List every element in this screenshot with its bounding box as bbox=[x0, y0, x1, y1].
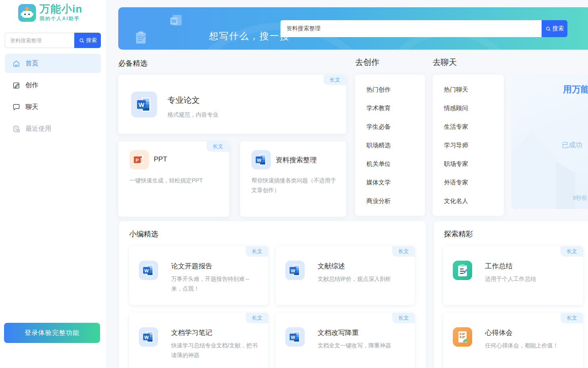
banner-search-button-label: 搜索 bbox=[552, 25, 564, 32]
card-title: 资料搜索整理 bbox=[276, 155, 317, 165]
chat-category[interactable]: 热门聊天 bbox=[433, 86, 504, 94]
sidebar-item-label: 最近使用 bbox=[25, 125, 51, 133]
long-text-badge: 长文 bbox=[561, 313, 583, 323]
app-logo[interactable]: 万能小in 我的个人AI助手 bbox=[18, 4, 82, 22]
clipboard-icon bbox=[134, 31, 148, 44]
card-thesis-proposal[interactable]: 长文 论文开题报告 万事开头难，开题报告特别难～来，点我！ bbox=[129, 246, 268, 305]
word-icon bbox=[285, 261, 305, 280]
section-title-essentials: 必备精选 bbox=[118, 59, 147, 68]
card-doc-study-notes[interactable]: 长文 文档学习笔记 快速学习总结专业文档/文献，把书读薄的神器 bbox=[129, 313, 268, 368]
card-title: 论文开题报告 bbox=[171, 261, 212, 271]
sidebar-search-button[interactable]: 搜索 bbox=[74, 33, 101, 48]
card-desc: 文档全文一键改写，降重神器 bbox=[318, 341, 408, 351]
card-title: 文档学习笔记 bbox=[171, 328, 212, 337]
chat-category[interactable]: 外语专家 bbox=[433, 179, 504, 186]
promo-panel[interactable]: 用万能 已成功 9秒前 bbox=[511, 75, 588, 209]
banner-search-button[interactable]: 搜索 bbox=[542, 20, 567, 37]
word-icon bbox=[131, 92, 157, 117]
create-category[interactable]: 媒体文学 bbox=[355, 179, 425, 186]
card-title: 专业论文 bbox=[167, 95, 200, 106]
clipboard-pen-icon bbox=[453, 261, 472, 280]
sidebar-item-label: 聊天 bbox=[25, 103, 38, 111]
ppt-icon bbox=[130, 150, 149, 169]
editors-picks-section: 小编精选 长文 论文开题报告 万事开头难，开题报告特别难～来，点我！ 长文 文献… bbox=[119, 221, 426, 368]
card-reflections[interactable]: 长文 心得体会 任何心得体会，都能上价值！ bbox=[443, 313, 583, 368]
word-icon bbox=[139, 261, 158, 280]
sidebar-item-home[interactable]: 首页 bbox=[5, 54, 101, 73]
create-category[interactable]: 学术教育 bbox=[355, 105, 425, 112]
card-title: PPT bbox=[154, 155, 167, 163]
long-text-badge: 长文 bbox=[392, 313, 415, 323]
promo-headline: 用万能 bbox=[563, 84, 588, 96]
home-icon bbox=[12, 59, 21, 68]
create-category[interactable]: 机关单位 bbox=[355, 160, 425, 168]
section-title-editors-picks: 小编精选 bbox=[129, 229, 158, 239]
card-desc: 万事开头难，开题报告特别难～来，点我！ bbox=[171, 274, 261, 294]
search-icon bbox=[79, 38, 85, 44]
card-title: 文档改写降重 bbox=[318, 328, 359, 337]
chat-category[interactable]: 生活专家 bbox=[433, 123, 504, 131]
chat-category[interactable]: 学习导师 bbox=[433, 142, 504, 149]
chat-category[interactable]: 文化名人 bbox=[433, 197, 504, 205]
create-category[interactable]: 商业分析 bbox=[355, 197, 425, 205]
sidebar-item-recent[interactable]: 最近使用 bbox=[5, 119, 101, 138]
card-doc-rewrite[interactable]: 长文 文档改写降重 文档全文一键改写，降重神器 bbox=[276, 313, 415, 368]
create-category-list: 热门创作 学术教育 学生必备 职场精选 机关单位 媒体文学 商业分析 bbox=[355, 75, 425, 216]
card-title: 工作总结 bbox=[485, 261, 513, 271]
app-title: 万能小in bbox=[40, 4, 82, 15]
login-button[interactable]: 登录体验完整功能 bbox=[4, 323, 100, 343]
banner-search: 搜索 bbox=[280, 20, 567, 37]
card-desc: 适用于个人工作总结 bbox=[485, 274, 576, 284]
main-content: 想写什么，搜一搜 搜索 必备精选 长文 专业论文 格式规范，内容专业 长文 PP… bbox=[107, 0, 588, 368]
pen-icon bbox=[12, 81, 21, 90]
card-ppt[interactable]: 长文 PPT 一键快速生成，轻松搞定PPT bbox=[118, 141, 229, 217]
word-icon bbox=[285, 327, 305, 347]
chat-icon bbox=[12, 103, 21, 111]
sidebar-search: 搜索 bbox=[5, 33, 101, 48]
card-desc: 文献总结评价，观点深入剖析 bbox=[318, 274, 408, 284]
long-text-badge: 长文 bbox=[561, 246, 583, 257]
create-category[interactable]: 职场精选 bbox=[355, 142, 425, 149]
word-doc-icon bbox=[169, 14, 183, 28]
section-title-explore: 探索精彩 bbox=[444, 229, 473, 239]
create-category[interactable]: 热门创作 bbox=[355, 86, 425, 94]
sidebar-item-chat[interactable]: 聊天 bbox=[5, 97, 101, 117]
sidebar-search-button-label: 搜索 bbox=[86, 37, 97, 44]
long-text-badge: 长文 bbox=[324, 75, 346, 85]
long-text-badge: 长文 bbox=[246, 246, 268, 257]
sidebar-nav: 首页 创作 聊天 最近使用 bbox=[5, 54, 101, 138]
promo-status: 已成功 bbox=[562, 140, 582, 150]
word-icon bbox=[251, 150, 271, 169]
card-professional-paper[interactable]: 长文 专业论文 格式规范，内容专业 bbox=[118, 75, 346, 134]
sidebar: 万能小in 我的个人AI助手 搜索 首页 创作 聊天 最近使用 登录体验完整功能 bbox=[0, 0, 107, 368]
promo-time: 9秒前 bbox=[573, 194, 587, 202]
robot-logo-icon bbox=[18, 4, 36, 22]
card-desc: 格式规范，内容专业 bbox=[167, 110, 218, 120]
section-title-create: 去创作 bbox=[355, 57, 379, 68]
sidebar-item-label: 首页 bbox=[25, 59, 38, 68]
search-icon bbox=[545, 26, 551, 32]
create-category[interactable]: 学生必备 bbox=[355, 123, 425, 131]
word-icon bbox=[139, 327, 158, 347]
chat-category-list: 热门聊天 情感顾问 生活专家 学习导师 职场专家 外语专家 文化名人 bbox=[433, 75, 504, 216]
banner-prompt: 想写什么，搜一搜 bbox=[209, 30, 290, 42]
sidebar-item-label: 创作 bbox=[25, 81, 38, 90]
card-desc: 一键快速生成，轻松搞定PPT bbox=[130, 176, 220, 186]
app-subtitle: 我的个人AI助手 bbox=[40, 15, 82, 22]
sidebar-search-input[interactable] bbox=[5, 33, 74, 48]
chat-category[interactable]: 情感顾问 bbox=[433, 105, 504, 112]
card-research-organize[interactable]: 资料搜索整理 帮你快速搞懂各类问题（不适用于文章创作） bbox=[240, 141, 346, 217]
recent-icon bbox=[12, 125, 21, 133]
sidebar-item-create[interactable]: 创作 bbox=[5, 75, 101, 95]
card-desc: 快速学习总结专业文档/文献，把书读薄的神器 bbox=[171, 341, 261, 360]
chat-category[interactable]: 职场专家 bbox=[433, 160, 504, 168]
card-work-summary[interactable]: 长文 工作总结 适用于个人工作总结 bbox=[443, 246, 583, 305]
banner-search-input[interactable] bbox=[280, 20, 542, 37]
explore-section: 探索精彩 长文 工作总结 适用于个人工作总结 长文 心得体会 任何心得体会，都能… bbox=[434, 221, 588, 368]
long-text-badge: 长文 bbox=[207, 141, 229, 152]
card-desc: 帮你快速搞懂各类问题（不适用于文章创作） bbox=[251, 176, 337, 195]
search-banner: 想写什么，搜一搜 搜索 bbox=[118, 7, 588, 50]
card-literature-review[interactable]: 长文 文献综述 文献总结评价，观点深入剖析 bbox=[276, 246, 415, 305]
section-title-chat: 去聊天 bbox=[433, 57, 457, 68]
promo-decor-shape bbox=[511, 131, 556, 209]
